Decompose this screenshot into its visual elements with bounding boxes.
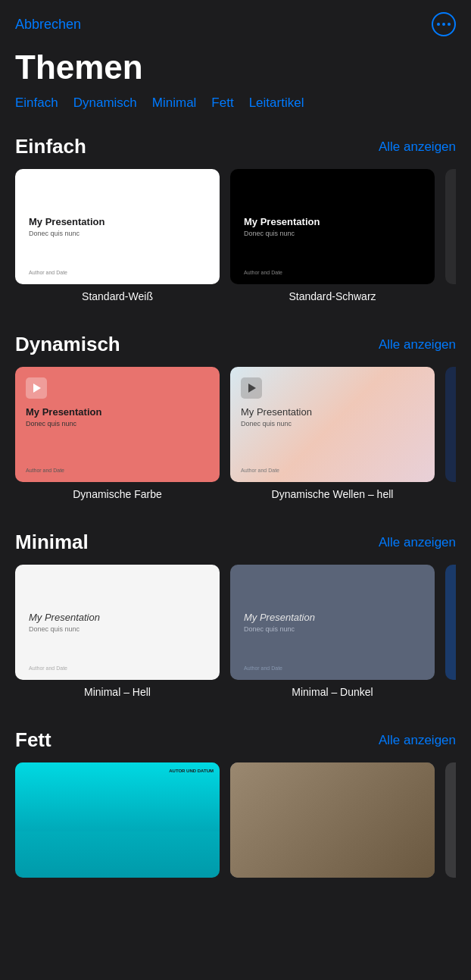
thumb-minimal-dark: My Presentation Donec quis nunc Author a… bbox=[230, 565, 435, 680]
play-triangle bbox=[33, 384, 41, 393]
section-einfach: Einfach Alle anzeigen My Presentation Do… bbox=[0, 123, 471, 315]
theme-card-standard-schwarz[interactable]: My Presentation Donec quis nunc Author a… bbox=[230, 169, 435, 302]
play-triangle-waves bbox=[248, 384, 256, 393]
thumb-black-author: Author and Date bbox=[244, 270, 282, 275]
more-dot-3 bbox=[448, 23, 451, 26]
thumb-dynamic-waves-subtitle: Donec quis nunc bbox=[241, 420, 424, 427]
theme-card-dynamische-wellen-hell[interactable]: My Presentation Donec quis nunc Author a… bbox=[230, 367, 435, 500]
thumb-dynamic-waves: My Presentation Donec quis nunc Author a… bbox=[230, 367, 435, 482]
thumb-fett-2 bbox=[230, 762, 435, 878]
play-icon-dynamic-waves bbox=[241, 377, 262, 399]
show-all-fett-button[interactable]: Alle anzeigen bbox=[379, 733, 456, 748]
thumb-minimal-light: My Presentation Donec quis nunc Author a… bbox=[15, 565, 220, 680]
show-all-minimal-button[interactable]: Alle anzeigen bbox=[379, 535, 456, 550]
theme-thumbnail-standard-weiss: My Presentation Donec quis nunc Author a… bbox=[15, 169, 220, 284]
thumb-dynamic-color-subtitle: Donec quis nunc bbox=[26, 420, 209, 427]
section-minimal-title: Minimal bbox=[15, 531, 89, 554]
more-button[interactable] bbox=[432, 12, 456, 36]
theme-thumbnail-standard-schwarz: My Presentation Donec quis nunc Author a… bbox=[230, 169, 435, 284]
thumb-minimal-dark-title: My Presentation bbox=[244, 612, 421, 623]
section-minimal: Minimal Alle anzeigen My Presentation Do… bbox=[0, 518, 471, 710]
theme-thumbnail-dynamische-wellen-hell: My Presentation Donec quis nunc Author a… bbox=[230, 367, 435, 482]
more-dot-1 bbox=[437, 23, 440, 26]
theme-card-partial-dynamisch bbox=[445, 367, 456, 482]
section-fett-title: Fett bbox=[15, 728, 51, 752]
show-all-einfach-button[interactable]: Alle anzeigen bbox=[379, 139, 456, 155]
thumb-minimal-dark-author: Author and Date bbox=[244, 665, 282, 671]
thumb-fett-1-date: AUTOR UND DATUM bbox=[169, 769, 214, 773]
section-dynamisch: Dynamisch Alle anzeigen My Presentation … bbox=[0, 321, 471, 512]
theme-card-dynamische-farbe[interactable]: My Presentation Donec quis nunc Author a… bbox=[15, 367, 220, 500]
theme-label-minimal-dunkel: Minimal – Dunkel bbox=[292, 686, 373, 698]
section-fett: Fett Alle anzeigen AUTOR UND DATUM bbox=[0, 716, 471, 890]
theme-card-partial-einfach bbox=[445, 169, 456, 284]
cancel-button[interactable]: Abbrechen bbox=[15, 17, 81, 33]
theme-card-partial-minimal bbox=[445, 565, 456, 680]
thumb-fett-1: AUTOR UND DATUM bbox=[15, 762, 220, 878]
theme-label-standard-weiss: Standard-Weiß bbox=[82, 290, 153, 302]
category-tabs: Einfach Dynamisch Minimal Fett Leitartik… bbox=[0, 95, 471, 123]
thumb-black-title: My Presentation bbox=[244, 216, 421, 227]
themes-row-fett: AUTOR UND DATUM bbox=[15, 762, 456, 890]
thumb-dynamic-color: My Presentation Donec quis nunc Author a… bbox=[15, 367, 220, 482]
themes-row-minimal: My Presentation Donec quis nunc Author a… bbox=[15, 565, 456, 710]
theme-thumbnail-minimal-hell: My Presentation Donec quis nunc Author a… bbox=[15, 565, 220, 680]
section-dynamisch-title: Dynamisch bbox=[15, 333, 120, 356]
thumb-dynamic-waves-author: Author and Date bbox=[241, 468, 279, 473]
theme-card-fett-2[interactable] bbox=[230, 762, 435, 878]
thumb-minimal-light-title: My Presentation bbox=[29, 612, 206, 623]
theme-card-minimal-hell[interactable]: My Presentation Donec quis nunc Author a… bbox=[15, 565, 220, 698]
show-all-dynamisch-button[interactable]: Alle anzeigen bbox=[379, 337, 456, 352]
thumb-dynamic-color-title: My Presentation bbox=[26, 406, 209, 418]
section-fett-header: Fett Alle anzeigen bbox=[15, 728, 456, 752]
tab-minimal[interactable]: Minimal bbox=[152, 95, 197, 111]
theme-card-standard-weiss[interactable]: My Presentation Donec quis nunc Author a… bbox=[15, 169, 220, 302]
thumb-white: My Presentation Donec quis nunc Author a… bbox=[15, 169, 220, 284]
section-einfach-title: Einfach bbox=[15, 135, 86, 158]
theme-card-minimal-dunkel[interactable]: My Presentation Donec quis nunc Author a… bbox=[230, 565, 435, 698]
theme-thumbnail-fett-2 bbox=[230, 762, 435, 878]
theme-thumbnail-fett-1: AUTOR UND DATUM bbox=[15, 762, 220, 878]
section-dynamisch-header: Dynamisch Alle anzeigen bbox=[15, 333, 456, 356]
more-dot-2 bbox=[442, 23, 445, 26]
thumb-white-title: My Presentation bbox=[29, 216, 206, 227]
theme-label-standard-schwarz: Standard-Schwarz bbox=[289, 290, 376, 302]
thumb-minimal-light-author: Author and Date bbox=[29, 665, 67, 671]
thumb-black-subtitle: Donec quis nunc bbox=[244, 230, 421, 237]
theme-label-dynamische-wellen-hell: Dynamische Wellen – hell bbox=[272, 488, 394, 500]
tab-dynamisch[interactable]: Dynamisch bbox=[73, 95, 137, 111]
section-minimal-header: Minimal Alle anzeigen bbox=[15, 531, 456, 554]
theme-label-minimal-hell: Minimal – Hell bbox=[84, 686, 151, 698]
thumb-dynamic-waves-title: My Presentation bbox=[241, 406, 424, 418]
tab-einfach[interactable]: Einfach bbox=[15, 95, 58, 111]
theme-card-partial-fett bbox=[445, 762, 456, 878]
theme-thumbnail-minimal-dunkel: My Presentation Donec quis nunc Author a… bbox=[230, 565, 435, 680]
thumb-white-subtitle: Donec quis nunc bbox=[29, 230, 206, 237]
page-title: Themen bbox=[0, 42, 471, 95]
tab-leitartikel[interactable]: Leitartikel bbox=[249, 95, 304, 111]
theme-label-dynamische-farbe: Dynamische Farbe bbox=[73, 488, 162, 500]
themes-row-einfach: My Presentation Donec quis nunc Author a… bbox=[15, 169, 456, 315]
thumb-minimal-light-subtitle: Donec quis nunc bbox=[29, 625, 206, 633]
theme-card-fett-1[interactable]: AUTOR UND DATUM bbox=[15, 762, 220, 878]
thumb-minimal-dark-subtitle: Donec quis nunc bbox=[244, 625, 421, 633]
tab-fett[interactable]: Fett bbox=[211, 95, 233, 111]
themes-row-dynamisch: My Presentation Donec quis nunc Author a… bbox=[15, 367, 456, 512]
section-einfach-header: Einfach Alle anzeigen bbox=[15, 135, 456, 158]
thumb-black: My Presentation Donec quis nunc Author a… bbox=[230, 169, 435, 284]
theme-thumbnail-dynamische-farbe: My Presentation Donec quis nunc Author a… bbox=[15, 367, 220, 482]
thumb-white-author: Author and Date bbox=[29, 270, 67, 275]
play-icon-dynamic-color bbox=[26, 377, 47, 399]
thumb-dynamic-color-author: Author and Date bbox=[26, 468, 64, 473]
header: Abbrechen bbox=[0, 0, 471, 42]
thumb-fett-2-bg bbox=[230, 762, 435, 878]
